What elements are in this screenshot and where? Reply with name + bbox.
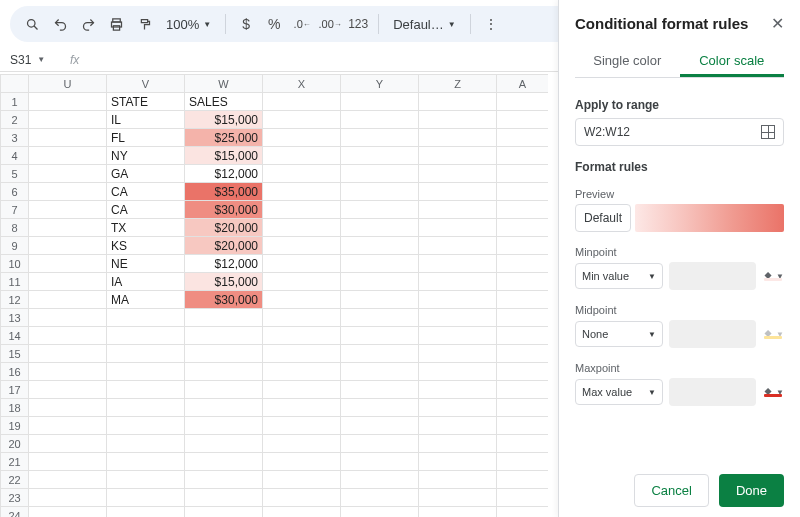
cell[interactable]: SALES [185,93,263,111]
column-header[interactable]: X [263,75,341,93]
cell[interactable] [497,147,549,165]
cell[interactable]: $12,000 [185,165,263,183]
cell[interactable] [263,453,341,471]
tab-single-color[interactable]: Single color [575,47,680,77]
cell[interactable] [341,183,419,201]
cell[interactable]: $20,000 [185,219,263,237]
cell[interactable]: $25,000 [185,129,263,147]
cell[interactable] [29,363,107,381]
range-input[interactable]: W2:W12 [575,118,784,146]
cell[interactable] [263,93,341,111]
cell[interactable] [341,273,419,291]
cell[interactable] [185,417,263,435]
cell[interactable] [419,291,497,309]
row-header[interactable]: 5 [1,165,29,183]
row-header[interactable]: 4 [1,147,29,165]
cell[interactable]: IA [107,273,185,291]
cell[interactable] [341,219,419,237]
cell[interactable] [107,417,185,435]
cell[interactable]: NY [107,147,185,165]
cell[interactable]: $30,000 [185,201,263,219]
cell[interactable] [419,147,497,165]
spreadsheet-grid[interactable]: UVWXYZA1STATESALES2IL$15,0003FL$25,0004N… [0,74,548,517]
row-header[interactable]: 15 [1,345,29,363]
cell[interactable]: $35,000 [185,183,263,201]
cell[interactable] [341,417,419,435]
cell[interactable]: FL [107,129,185,147]
cell[interactable] [263,435,341,453]
cell[interactable] [341,471,419,489]
grid-select-icon[interactable] [761,125,775,139]
cell[interactable] [419,93,497,111]
cell[interactable] [341,111,419,129]
cell[interactable]: $15,000 [185,273,263,291]
increase-decimal-icon[interactable]: .00→ [318,12,342,36]
cell[interactable] [263,381,341,399]
cell[interactable] [497,309,549,327]
undo-icon[interactable] [48,12,72,36]
row-header[interactable]: 9 [1,237,29,255]
row-header[interactable]: 21 [1,453,29,471]
cell[interactable] [185,453,263,471]
cell[interactable] [419,111,497,129]
maxpoint-color-icon[interactable]: ▼ [762,385,784,399]
cell[interactable] [497,111,549,129]
cell[interactable] [341,453,419,471]
cell[interactable] [263,111,341,129]
cell[interactable] [29,273,107,291]
cell[interactable] [497,219,549,237]
cell[interactable] [29,417,107,435]
cell[interactable] [263,489,341,507]
column-header[interactable]: V [107,75,185,93]
cell[interactable] [263,147,341,165]
cell[interactable] [107,471,185,489]
cell[interactable] [263,399,341,417]
cell[interactable]: NE [107,255,185,273]
row-header[interactable]: 22 [1,471,29,489]
row-header[interactable]: 10 [1,255,29,273]
cell[interactable]: CA [107,201,185,219]
row-header[interactable]: 17 [1,381,29,399]
cell[interactable] [263,255,341,273]
cell[interactable]: $20,000 [185,237,263,255]
cell[interactable] [185,363,263,381]
cell[interactable] [107,327,185,345]
cell[interactable] [263,363,341,381]
cell[interactable] [497,435,549,453]
cell[interactable] [341,327,419,345]
print-icon[interactable] [104,12,128,36]
cell[interactable] [107,399,185,417]
cell[interactable] [497,255,549,273]
cell[interactable]: TX [107,219,185,237]
cell[interactable]: CA [107,183,185,201]
cell[interactable] [419,309,497,327]
row-header[interactable]: 12 [1,291,29,309]
cell[interactable] [29,93,107,111]
cell[interactable] [263,417,341,435]
cell[interactable] [263,237,341,255]
cell[interactable] [29,165,107,183]
row-header[interactable]: 18 [1,399,29,417]
decrease-decimal-icon[interactable]: .0← [290,12,314,36]
row-header[interactable]: 13 [1,309,29,327]
cell[interactable] [29,435,107,453]
cell[interactable]: GA [107,165,185,183]
cell[interactable] [107,507,185,518]
cell[interactable]: $30,000 [185,291,263,309]
cell[interactable] [341,489,419,507]
cell[interactable] [497,201,549,219]
cell[interactable] [107,489,185,507]
cell[interactable] [29,381,107,399]
cell[interactable] [497,327,549,345]
column-header[interactable]: W [185,75,263,93]
cell[interactable] [185,399,263,417]
cell[interactable] [29,237,107,255]
cell[interactable] [419,219,497,237]
cell[interactable]: KS [107,237,185,255]
cell[interactable] [263,507,341,518]
cell[interactable] [29,309,107,327]
row-header[interactable]: 19 [1,417,29,435]
row-header[interactable]: 3 [1,129,29,147]
percent-icon[interactable]: % [262,12,286,36]
minpoint-select[interactable]: Min value▼ [575,263,663,289]
